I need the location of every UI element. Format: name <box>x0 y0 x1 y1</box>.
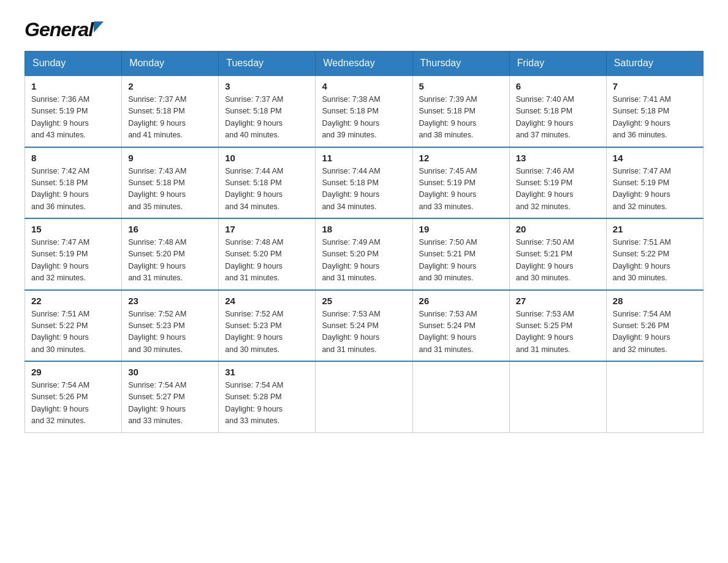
day-number: 12 <box>419 153 503 163</box>
day-cell: 23Sunrise: 7:52 AMSunset: 5:23 PMDayligh… <box>122 290 219 362</box>
day-number: 17 <box>225 224 309 234</box>
day-info: Sunrise: 7:50 AMSunset: 5:21 PMDaylight:… <box>516 237 600 285</box>
day-info: Sunrise: 7:39 AMSunset: 5:18 PMDaylight:… <box>419 94 503 142</box>
day-info: Sunrise: 7:51 AMSunset: 5:22 PMDaylight:… <box>613 237 697 285</box>
day-number: 10 <box>225 153 309 163</box>
logo-general: General <box>25 18 93 41</box>
day-cell: 2Sunrise: 7:37 AMSunset: 5:18 PMDaylight… <box>122 75 219 147</box>
day-cell: 12Sunrise: 7:45 AMSunset: 5:19 PMDayligh… <box>412 147 509 219</box>
day-info: Sunrise: 7:54 AMSunset: 5:26 PMDaylight:… <box>31 380 115 427</box>
day-number: 22 <box>31 296 115 306</box>
day-number: 1 <box>31 81 115 91</box>
day-info: Sunrise: 7:51 AMSunset: 5:22 PMDaylight:… <box>31 308 115 356</box>
week-row-1: 1Sunrise: 7:36 AMSunset: 5:19 PMDaylight… <box>25 75 703 147</box>
day-info: Sunrise: 7:45 AMSunset: 5:19 PMDaylight:… <box>419 166 503 213</box>
day-cell: 31Sunrise: 7:54 AMSunset: 5:28 PMDayligh… <box>219 361 316 432</box>
day-cell: 16Sunrise: 7:48 AMSunset: 5:20 PMDayligh… <box>122 218 219 290</box>
day-info: Sunrise: 7:37 AMSunset: 5:18 PMDaylight:… <box>128 94 212 142</box>
day-info: Sunrise: 7:52 AMSunset: 5:23 PMDaylight:… <box>128 308 212 356</box>
day-info: Sunrise: 7:36 AMSunset: 5:19 PMDaylight:… <box>31 94 115 142</box>
page-header: General <box>25 18 703 39</box>
day-number: 27 <box>516 296 600 306</box>
day-cell: 1Sunrise: 7:36 AMSunset: 5:19 PMDaylight… <box>25 75 122 147</box>
day-number: 9 <box>128 153 212 163</box>
day-info: Sunrise: 7:41 AMSunset: 5:18 PMDaylight:… <box>613 94 697 142</box>
day-number: 4 <box>322 81 406 91</box>
day-number: 3 <box>225 81 309 91</box>
day-number: 20 <box>516 224 600 234</box>
day-cell: 11Sunrise: 7:44 AMSunset: 5:18 PMDayligh… <box>316 147 412 219</box>
day-number: 13 <box>516 153 600 163</box>
day-number: 24 <box>225 296 309 306</box>
col-header-wednesday: Wednesday <box>316 52 412 76</box>
day-number: 8 <box>31 153 115 163</box>
day-cell: 26Sunrise: 7:53 AMSunset: 5:24 PMDayligh… <box>412 290 509 362</box>
col-header-thursday: Thursday <box>412 52 509 76</box>
day-number: 29 <box>31 367 115 377</box>
col-header-friday: Friday <box>509 52 606 76</box>
day-info: Sunrise: 7:52 AMSunset: 5:23 PMDaylight:… <box>225 308 309 356</box>
day-info: Sunrise: 7:54 AMSunset: 5:26 PMDaylight:… <box>613 308 697 356</box>
day-info: Sunrise: 7:54 AMSunset: 5:28 PMDaylight:… <box>225 380 309 427</box>
day-cell: 29Sunrise: 7:54 AMSunset: 5:26 PMDayligh… <box>25 361 122 432</box>
day-cell: 30Sunrise: 7:54 AMSunset: 5:27 PMDayligh… <box>122 361 219 432</box>
day-cell <box>316 361 412 432</box>
col-header-saturday: Saturday <box>606 52 703 76</box>
day-number: 25 <box>322 296 406 306</box>
day-info: Sunrise: 7:50 AMSunset: 5:21 PMDaylight:… <box>419 237 503 285</box>
day-info: Sunrise: 7:38 AMSunset: 5:18 PMDaylight:… <box>322 94 406 142</box>
day-cell: 10Sunrise: 7:44 AMSunset: 5:18 PMDayligh… <box>219 147 316 219</box>
day-cell: 17Sunrise: 7:48 AMSunset: 5:20 PMDayligh… <box>219 218 316 290</box>
day-info: Sunrise: 7:44 AMSunset: 5:18 PMDaylight:… <box>322 166 406 213</box>
day-info: Sunrise: 7:53 AMSunset: 5:24 PMDaylight:… <box>419 308 503 356</box>
day-info: Sunrise: 7:48 AMSunset: 5:20 PMDaylight:… <box>128 237 212 285</box>
day-number: 30 <box>128 367 212 377</box>
day-number: 7 <box>613 81 697 91</box>
day-cell <box>606 361 703 432</box>
day-cell: 28Sunrise: 7:54 AMSunset: 5:26 PMDayligh… <box>606 290 703 362</box>
header-row: SundayMondayTuesdayWednesdayThursdayFrid… <box>25 52 703 76</box>
day-cell <box>412 361 509 432</box>
day-info: Sunrise: 7:53 AMSunset: 5:25 PMDaylight:… <box>516 308 600 356</box>
week-row-5: 29Sunrise: 7:54 AMSunset: 5:26 PMDayligh… <box>25 361 703 432</box>
day-info: Sunrise: 7:42 AMSunset: 5:18 PMDaylight:… <box>31 166 115 213</box>
day-number: 2 <box>128 81 212 91</box>
logo-arrow-icon <box>94 21 104 33</box>
day-cell: 19Sunrise: 7:50 AMSunset: 5:21 PMDayligh… <box>412 218 509 290</box>
day-cell: 8Sunrise: 7:42 AMSunset: 5:18 PMDaylight… <box>25 147 122 219</box>
day-cell: 25Sunrise: 7:53 AMSunset: 5:24 PMDayligh… <box>316 290 412 362</box>
day-cell: 14Sunrise: 7:47 AMSunset: 5:19 PMDayligh… <box>606 147 703 219</box>
day-info: Sunrise: 7:48 AMSunset: 5:20 PMDaylight:… <box>225 237 309 285</box>
day-info: Sunrise: 7:49 AMSunset: 5:20 PMDaylight:… <box>322 237 406 285</box>
day-number: 19 <box>419 224 503 234</box>
day-info: Sunrise: 7:47 AMSunset: 5:19 PMDaylight:… <box>31 237 115 285</box>
day-cell: 4Sunrise: 7:38 AMSunset: 5:18 PMDaylight… <box>316 75 412 147</box>
day-cell: 5Sunrise: 7:39 AMSunset: 5:18 PMDaylight… <box>412 75 509 147</box>
col-header-monday: Monday <box>122 52 219 76</box>
day-number: 16 <box>128 224 212 234</box>
day-number: 14 <box>613 153 697 163</box>
day-cell: 13Sunrise: 7:46 AMSunset: 5:19 PMDayligh… <box>509 147 606 219</box>
day-info: Sunrise: 7:47 AMSunset: 5:19 PMDaylight:… <box>613 166 697 213</box>
week-row-2: 8Sunrise: 7:42 AMSunset: 5:18 PMDaylight… <box>25 147 703 219</box>
day-number: 11 <box>322 153 406 163</box>
day-number: 15 <box>31 224 115 234</box>
calendar-table: SundayMondayTuesdayWednesdayThursdayFrid… <box>25 51 703 433</box>
day-number: 28 <box>613 296 697 306</box>
day-cell: 18Sunrise: 7:49 AMSunset: 5:20 PMDayligh… <box>316 218 412 290</box>
day-info: Sunrise: 7:46 AMSunset: 5:19 PMDaylight:… <box>516 166 600 213</box>
day-info: Sunrise: 7:37 AMSunset: 5:18 PMDaylight:… <box>225 94 309 142</box>
day-cell: 7Sunrise: 7:41 AMSunset: 5:18 PMDaylight… <box>606 75 703 147</box>
col-header-tuesday: Tuesday <box>219 52 316 76</box>
week-row-3: 15Sunrise: 7:47 AMSunset: 5:19 PMDayligh… <box>25 218 703 290</box>
day-info: Sunrise: 7:53 AMSunset: 5:24 PMDaylight:… <box>322 308 406 356</box>
day-number: 23 <box>128 296 212 306</box>
day-number: 18 <box>322 224 406 234</box>
day-cell: 27Sunrise: 7:53 AMSunset: 5:25 PMDayligh… <box>509 290 606 362</box>
day-cell <box>509 361 606 432</box>
day-info: Sunrise: 7:43 AMSunset: 5:18 PMDaylight:… <box>128 166 212 213</box>
col-header-sunday: Sunday <box>25 52 122 76</box>
day-cell: 6Sunrise: 7:40 AMSunset: 5:18 PMDaylight… <box>509 75 606 147</box>
day-cell: 9Sunrise: 7:43 AMSunset: 5:18 PMDaylight… <box>122 147 219 219</box>
day-info: Sunrise: 7:54 AMSunset: 5:27 PMDaylight:… <box>128 380 212 427</box>
